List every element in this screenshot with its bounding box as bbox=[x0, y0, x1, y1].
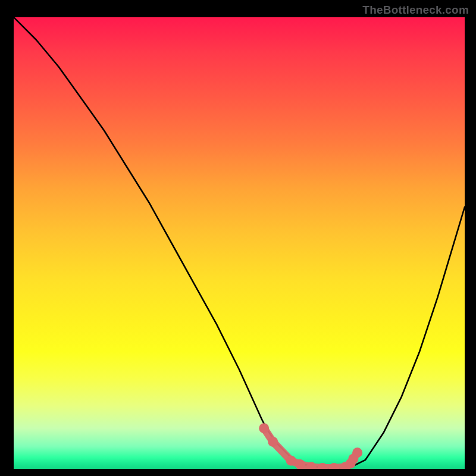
highlight-markers bbox=[259, 423, 362, 469]
curve-svg bbox=[14, 17, 465, 469]
svg-point-8 bbox=[346, 458, 356, 468]
svg-point-7 bbox=[340, 462, 350, 469]
watermark-text: TheBottleneck.com bbox=[362, 4, 469, 17]
svg-point-1 bbox=[268, 437, 278, 447]
svg-point-6 bbox=[329, 463, 339, 469]
svg-point-9 bbox=[348, 454, 358, 464]
svg-point-5 bbox=[318, 463, 328, 469]
svg-point-10 bbox=[352, 447, 362, 458]
svg-point-2 bbox=[286, 456, 296, 466]
svg-point-0 bbox=[259, 423, 269, 433]
svg-point-4 bbox=[306, 462, 317, 469]
plot-area bbox=[14, 17, 465, 469]
svg-point-3 bbox=[295, 459, 305, 469]
bottleneck-curve bbox=[14, 17, 465, 469]
chart-container: TheBottleneck.com bbox=[0, 0, 476, 476]
